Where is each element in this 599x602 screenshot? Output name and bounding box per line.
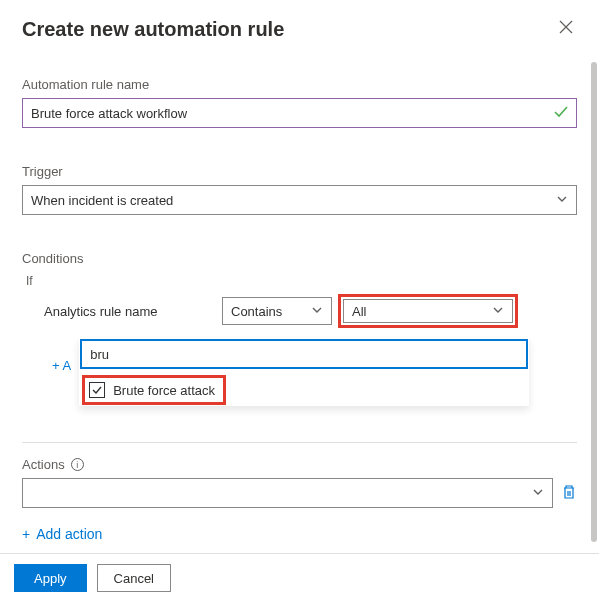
- scrollbar[interactable]: [591, 62, 597, 542]
- add-action-label: Add action: [36, 526, 102, 542]
- chevron-down-icon: [492, 304, 504, 319]
- condition-scope-value: All: [352, 304, 366, 319]
- delete-action-button[interactable]: [561, 484, 577, 503]
- conditions-label: Conditions: [22, 251, 577, 266]
- filter-input[interactable]: [80, 339, 528, 369]
- condition-scope-select[interactable]: All: [343, 299, 513, 323]
- footer: Apply Cancel: [0, 553, 599, 602]
- trigger-select[interactable]: When incident is created: [22, 185, 577, 215]
- highlight-box: Brute force attack: [82, 375, 226, 405]
- page-title: Create new automation rule: [22, 18, 284, 41]
- apply-button[interactable]: Apply: [14, 564, 87, 592]
- divider: [22, 442, 577, 443]
- add-action-link[interactable]: + Add action: [22, 526, 102, 542]
- filter-dropdown: Brute force attack: [79, 338, 529, 406]
- option-label: Brute force attack: [113, 383, 215, 398]
- cancel-button[interactable]: Cancel: [97, 564, 171, 592]
- condition-operator-value: Contains: [231, 304, 282, 319]
- condition-field-label: Analytics rule name: [22, 304, 222, 319]
- conditions-if: If: [22, 274, 577, 288]
- rule-name-label: Automation rule name: [22, 77, 577, 92]
- trigger-value: When incident is created: [31, 193, 173, 208]
- option-checkbox[interactable]: [89, 382, 105, 398]
- chevron-down-icon: [532, 486, 544, 501]
- actions-label: Actions: [22, 457, 65, 472]
- trigger-label: Trigger: [22, 164, 577, 179]
- close-button[interactable]: [555, 18, 577, 40]
- chevron-down-icon: [556, 193, 568, 208]
- info-icon[interactable]: i: [71, 458, 84, 471]
- plus-icon: +: [22, 526, 30, 542]
- rule-name-input[interactable]: [22, 98, 577, 128]
- highlight-box: All: [338, 294, 518, 328]
- check-icon: [553, 104, 569, 123]
- condition-operator-select[interactable]: Contains: [222, 297, 332, 325]
- action-select[interactable]: [22, 478, 553, 508]
- chevron-down-icon: [311, 304, 323, 319]
- add-condition-link[interactable]: + A: [22, 338, 71, 373]
